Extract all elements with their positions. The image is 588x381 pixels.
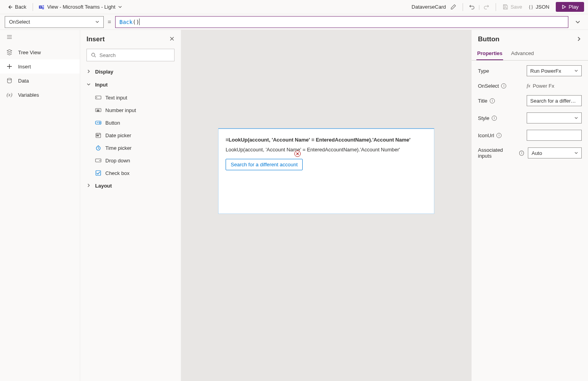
undo-icon	[469, 4, 475, 10]
prop-onselect-button[interactable]: fx Power Fx	[527, 83, 582, 89]
card-preview[interactable]: =LookUp(account, 'Account Name' = Entere…	[218, 128, 434, 214]
svg-text:12: 12	[97, 109, 99, 112]
info-icon[interactable]: i	[501, 83, 506, 88]
prop-iconurl-label: IconUrl	[478, 133, 494, 138]
close-panel-button[interactable]	[169, 36, 175, 42]
insert-item-label: Drop down	[105, 158, 130, 164]
divider	[463, 3, 463, 11]
search-icon	[91, 52, 96, 58]
properties-panel-title: Button	[478, 35, 500, 43]
button-icon	[95, 120, 101, 125]
insert-panel-title: Insert	[86, 35, 105, 43]
category-display[interactable]: Display	[80, 65, 181, 78]
formula-rest: ()	[132, 19, 139, 25]
formula-input[interactable]: Back()	[115, 16, 568, 28]
data-icon	[6, 77, 13, 84]
info-icon[interactable]: i	[490, 98, 495, 103]
property-value: OnSelect	[9, 19, 30, 25]
card-subtext[interactable]: LookUp(account, 'Account Name' = Entered…	[226, 147, 427, 153]
error-x-icon	[296, 152, 299, 155]
calendar-icon	[96, 133, 101, 138]
svg-rect-5	[96, 96, 101, 99]
prop-style-label: Style	[478, 115, 489, 121]
chevron-down-icon	[575, 19, 581, 25]
play-icon	[561, 4, 566, 9]
insert-search-box[interactable]	[86, 49, 175, 61]
design-canvas[interactable]: =LookUp(account, 'Account Name' = Entere…	[181, 30, 471, 381]
insert-item-time-picker[interactable]: Time picker	[80, 142, 181, 154]
teams-icon: T	[39, 4, 45, 10]
properties-panel: Button Properties Advanced Type Run Powe…	[471, 30, 588, 381]
chevron-down-icon	[574, 116, 578, 120]
category-layout[interactable]: Layout	[80, 179, 181, 192]
pencil-icon	[450, 4, 456, 10]
view-selector[interactable]: T View - Microsoft Teams - Light	[36, 2, 125, 12]
save-button: Save	[499, 2, 526, 11]
svg-rect-14	[96, 171, 101, 175]
info-icon[interactable]: i	[519, 151, 524, 156]
chevron-down-icon	[574, 151, 578, 155]
prop-title-input[interactable]: Search for a different account	[527, 95, 582, 106]
prop-assoc-select[interactable]: Auto	[528, 147, 582, 158]
json-button[interactable]: {} JSON	[526, 2, 553, 12]
edit-name-button[interactable]	[448, 1, 459, 13]
chevron-right-icon	[86, 69, 91, 74]
card-button[interactable]: Search for a different account	[226, 159, 303, 170]
chevron-right-icon	[86, 183, 91, 188]
insert-panel: Insert Display Input Text input 12 Numbe…	[80, 30, 181, 381]
dropdown-icon	[95, 158, 101, 163]
insert-item-label: Button	[105, 120, 120, 126]
prop-iconurl-input[interactable]	[527, 130, 582, 141]
save-icon	[502, 4, 508, 10]
prop-type-select[interactable]: Run PowerFx	[527, 65, 582, 76]
left-rail: Tree View Insert Data (x) Variables	[0, 30, 80, 381]
formula-fn: Back	[119, 19, 133, 25]
svg-point-2	[42, 5, 44, 7]
category-input[interactable]: Input	[80, 78, 181, 91]
save-label: Save	[511, 4, 522, 10]
json-label: JSON	[536, 4, 549, 10]
checkbox-icon	[96, 170, 101, 176]
card-heading[interactable]: =LookUp(account, 'Account Name' = Entere…	[226, 137, 427, 143]
view-label: View - Microsoft Teams - Light	[47, 4, 116, 10]
svg-rect-10	[97, 135, 97, 136]
insert-item-checkbox[interactable]: Check box	[80, 167, 181, 179]
tab-advanced[interactable]: Advanced	[510, 47, 535, 60]
nav-data[interactable]: Data	[0, 74, 80, 88]
nav-insert-label: Insert	[18, 64, 31, 70]
expand-formula-button[interactable]	[572, 17, 583, 28]
prop-title-label: Title	[478, 98, 487, 104]
expand-panel-button[interactable]	[576, 36, 582, 43]
back-label: Back	[15, 4, 26, 10]
category-input-label: Input	[95, 82, 108, 88]
property-selector[interactable]: OnSelect	[5, 16, 104, 28]
insert-item-dropdown[interactable]: Drop down	[80, 154, 181, 167]
nav-tree-view[interactable]: Tree View	[0, 45, 80, 59]
insert-item-number-input[interactable]: 12 Number input	[80, 104, 181, 116]
prop-type-value: Run PowerFx	[530, 68, 561, 74]
top-bar: Back T View - Microsoft Teams - Light Da…	[0, 0, 588, 14]
undo-button[interactable]	[466, 1, 478, 13]
insert-item-date-picker[interactable]: Date picker	[80, 129, 181, 142]
insert-item-label: Check box	[105, 170, 129, 176]
error-badge-icon[interactable]	[294, 151, 301, 157]
back-button[interactable]: Back	[4, 2, 29, 11]
play-button[interactable]: Play	[556, 2, 584, 12]
tab-properties[interactable]: Properties	[476, 47, 503, 60]
nav-tree-view-label: Tree View	[18, 50, 41, 55]
nav-variables[interactable]: (x) Variables	[0, 88, 80, 102]
divider	[33, 3, 33, 11]
insert-item-label: Number input	[105, 107, 136, 113]
redo-icon	[483, 4, 489, 10]
prop-style-select[interactable]	[527, 112, 582, 123]
hamburger-button[interactable]	[6, 34, 74, 41]
close-icon	[169, 36, 175, 41]
info-icon[interactable]: i	[496, 133, 502, 138]
prop-title-value: Search for a different account	[530, 98, 578, 104]
insert-item-button[interactable]: Button	[80, 116, 181, 129]
chevron-right-icon	[576, 36, 582, 42]
insert-search-input[interactable]	[99, 52, 170, 58]
info-icon[interactable]: i	[492, 116, 497, 121]
insert-item-text-input[interactable]: Text input	[80, 91, 181, 104]
nav-insert[interactable]: Insert	[0, 59, 80, 74]
